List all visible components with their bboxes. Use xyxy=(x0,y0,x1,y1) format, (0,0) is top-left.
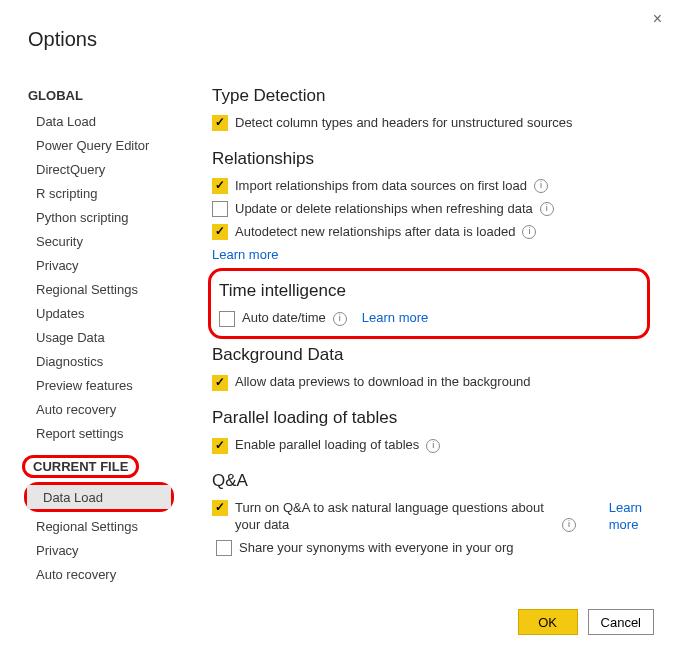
nav-current-privacy[interactable]: Privacy xyxy=(20,538,178,562)
nav-global-preview-features[interactable]: Preview features xyxy=(20,373,178,397)
label-rel-autodetect: Autodetect new relationships after data … xyxy=(235,224,515,241)
info-icon[interactable]: i xyxy=(522,225,536,239)
checkbox-qna-enable[interactable]: ✓ xyxy=(212,500,228,516)
info-icon[interactable]: i xyxy=(540,202,554,216)
close-icon[interactable]: × xyxy=(653,10,662,28)
label-background-data: Allow data previews to download in the b… xyxy=(235,374,531,391)
nav-global-auto-recovery[interactable]: Auto recovery xyxy=(20,397,178,421)
nav-global-report-settings[interactable]: Report settings xyxy=(20,421,178,445)
section-title-time-intelligence: Time intelligence xyxy=(215,277,643,301)
sidebar-header-current-file: CURRENT FILE xyxy=(33,459,128,474)
cancel-button[interactable]: Cancel xyxy=(588,609,654,635)
section-title-background-data: Background Data xyxy=(198,341,656,365)
nav-global-security[interactable]: Security xyxy=(20,229,178,253)
link-learn-more-time[interactable]: Learn more xyxy=(362,310,428,327)
ok-button[interactable]: OK xyxy=(518,609,578,635)
nav-global-regional[interactable]: Regional Settings xyxy=(20,277,178,301)
link-learn-more-qna[interactable]: Learn more xyxy=(609,500,642,534)
label-parallel: Enable parallel loading of tables xyxy=(235,437,419,454)
dialog-buttons: OK Cancel xyxy=(518,609,654,635)
nav-global-python-scripting[interactable]: Python scripting xyxy=(20,205,178,229)
highlight-current-file-header: CURRENT FILE xyxy=(22,455,139,478)
info-icon[interactable]: i xyxy=(426,439,440,453)
checkbox-background-data[interactable]: ✓ xyxy=(212,375,228,391)
checkbox-rel-autodetect[interactable]: ✓ xyxy=(212,224,228,240)
checkbox-parallel[interactable]: ✓ xyxy=(212,438,228,454)
sidebar-header-global: GLOBAL xyxy=(20,84,178,109)
nav-global-data-load[interactable]: Data Load xyxy=(20,109,178,133)
content-panel: Type Detection ✓ Detect column types and… xyxy=(198,82,656,591)
nav-global-power-query[interactable]: Power Query Editor xyxy=(20,133,178,157)
nav-global-diagnostics[interactable]: Diagnostics xyxy=(20,349,178,373)
nav-current-data-load[interactable]: Data Load xyxy=(27,485,171,509)
section-title-relationships: Relationships xyxy=(198,135,656,169)
nav-current-auto-recovery[interactable]: Auto recovery xyxy=(20,562,178,584)
link-learn-more-relationships[interactable]: Learn more xyxy=(212,247,278,264)
section-title-parallel: Parallel loading of tables xyxy=(198,394,656,428)
info-icon[interactable]: i xyxy=(562,518,576,532)
nav-global-updates[interactable]: Updates xyxy=(20,301,178,325)
highlight-current-file-data-load: Data Load xyxy=(24,482,174,512)
nav-global-r-scripting[interactable]: R scripting xyxy=(20,181,178,205)
checkbox-auto-datetime[interactable] xyxy=(219,311,235,327)
checkbox-rel-import[interactable]: ✓ xyxy=(212,178,228,194)
checkbox-qna-share-synonyms[interactable] xyxy=(216,540,232,556)
section-title-qna: Q&A xyxy=(198,457,656,491)
nav-current-regional[interactable]: Regional Settings xyxy=(20,514,178,538)
label-auto-datetime: Auto date/time xyxy=(242,310,326,327)
nav-global-directquery[interactable]: DirectQuery xyxy=(20,157,178,181)
nav-global-privacy[interactable]: Privacy xyxy=(20,253,178,277)
label-type-detection: Detect column types and headers for unst… xyxy=(235,115,572,132)
sidebar: GLOBAL Data Load Power Query Editor Dire… xyxy=(20,82,178,584)
info-icon[interactable]: i xyxy=(333,312,347,326)
checkbox-type-detection[interactable]: ✓ xyxy=(212,115,228,131)
nav-global-usage-data[interactable]: Usage Data xyxy=(20,325,178,349)
highlight-time-intelligence: Time intelligence Auto date/time i Learn… xyxy=(208,268,650,339)
section-title-type-detection: Type Detection xyxy=(198,82,656,106)
label-qna-share-synonyms: Share your synonyms with everyone in you… xyxy=(239,540,514,557)
label-rel-import: Import relationships from data sources o… xyxy=(235,178,527,195)
dialog-title: Options xyxy=(28,28,97,51)
label-qna-enable: Turn on Q&A to ask natural language ques… xyxy=(235,500,555,534)
checkbox-rel-update[interactable] xyxy=(212,201,228,217)
label-rel-update: Update or delete relationships when refr… xyxy=(235,201,533,218)
info-icon[interactable]: i xyxy=(534,179,548,193)
